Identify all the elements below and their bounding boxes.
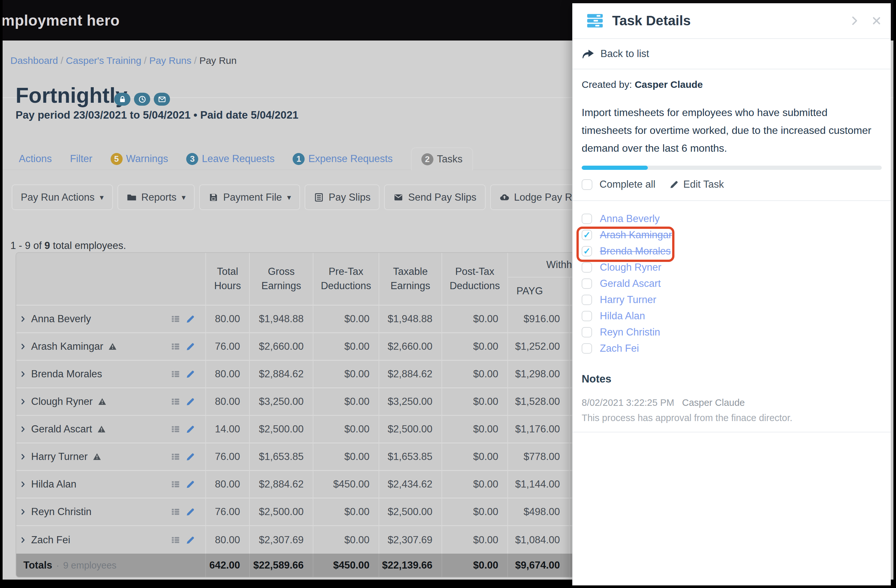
back-to-list-label: Back to list	[600, 48, 649, 60]
expand-row-icon[interactable]	[20, 342, 27, 351]
pay-details-icon[interactable]	[170, 507, 181, 517]
complete-all-checkbox[interactable]	[582, 179, 592, 190]
task-checkbox[interactable]	[582, 278, 592, 289]
employee-link[interactable]: Arash Kamingar	[600, 229, 672, 241]
employee-cell: Anna Beverly	[16, 306, 206, 332]
employee-name: Arash Kamingar	[31, 341, 103, 352]
expand-row-icon[interactable]	[20, 397, 27, 406]
amount-cell: $1,653.85	[379, 444, 442, 470]
employee-link[interactable]: Anna Beverly	[600, 213, 660, 225]
edit-employee-icon[interactable]	[185, 341, 196, 352]
payment-file-button[interactable]: Payment File▾	[199, 184, 300, 210]
pay-period-subtitle: Pay period 23/03/2021 to 5/04/2021 • Pai…	[15, 109, 299, 121]
edit-task-button[interactable]: Edit Task	[669, 179, 724, 190]
edit-employee-icon[interactable]	[185, 535, 196, 545]
button-label: Payment File	[223, 191, 282, 203]
tab-badge-tasks: 2	[421, 153, 433, 165]
amount-cell: $0.00	[442, 416, 508, 442]
checklist-item-clough-ryner: Clough Ryner	[573, 259, 891, 275]
expand-row-icon[interactable]	[20, 314, 27, 324]
button-label: Reports	[142, 191, 177, 203]
employee-link[interactable]: Clough Ryner	[600, 261, 661, 273]
amount-cell: $1,144.00	[508, 471, 570, 498]
pay-details-icon[interactable]	[170, 451, 181, 462]
checklist-item-harry-turner: Harry Turner	[573, 292, 891, 308]
edit-employee-icon[interactable]	[185, 507, 196, 517]
tab-tasks[interactable]: 2Tasks	[411, 147, 473, 170]
table-row-brenda-morales: Brenda Morales80.00$2,884.62$0.00$2,884.…	[16, 361, 666, 388]
pay-run-actions-button[interactable]: Pay Run Actions▾	[12, 184, 113, 210]
pay-slips-button[interactable]: Pay Slips	[305, 184, 379, 210]
breadcrumb-link-pay-runs[interactable]: Pay Runs	[149, 55, 191, 66]
amount-cell: $0.00	[442, 471, 508, 498]
pay-details-icon[interactable]	[170, 314, 181, 324]
expand-row-icon[interactable]	[20, 424, 27, 434]
employee-link[interactable]: Brenda Morales	[600, 245, 671, 257]
employee-cell: Clough Ryner	[16, 388, 206, 415]
expand-row-icon[interactable]	[20, 507, 27, 517]
row-actions	[170, 369, 196, 379]
task-checkbox[interactable]	[582, 295, 592, 305]
tab-filter[interactable]: Filter	[70, 153, 93, 165]
employee-link[interactable]: Reyn Christin	[600, 327, 660, 338]
task-checkbox-checked[interactable]: ✓	[582, 230, 592, 240]
tab-leave-requests[interactable]: 3Leave Requests	[186, 153, 274, 165]
tab-expense-requests[interactable]: 1Expense Requests	[293, 153, 393, 165]
edit-employee-icon[interactable]	[185, 369, 196, 379]
employment-hero-logo: employment hero	[3, 12, 120, 29]
edit-employee-icon[interactable]	[185, 451, 196, 462]
send-pay-slips-button[interactable]: Send Pay Slips	[384, 184, 485, 210]
task-checkbox[interactable]	[582, 327, 592, 337]
edit-employee-icon[interactable]	[185, 424, 196, 435]
tab-warnings[interactable]: 5Warnings	[111, 153, 168, 165]
pay-details-icon[interactable]	[170, 424, 181, 435]
pay-details-icon[interactable]	[170, 479, 181, 489]
edit-employee-icon[interactable]	[185, 314, 196, 324]
employee-name: Zach Fei	[31, 534, 70, 546]
note-timestamp: 8/02/2021 3:22:25 PM	[582, 397, 674, 408]
row-actions	[170, 479, 196, 489]
breadcrumb-link-dashboard[interactable]: Dashboard	[11, 55, 58, 66]
table-header: TotalHours GrossEarnings Pre-TaxDeductio…	[16, 253, 666, 306]
amount-cell: $450.00	[313, 471, 379, 498]
close-icon[interactable]	[871, 15, 882, 27]
breadcrumb-link-casper-s-training[interactable]: Casper's Training	[66, 55, 142, 66]
pay-details-icon[interactable]	[170, 341, 181, 352]
pay-details-icon[interactable]	[170, 535, 181, 545]
checklist-item-reyn-christin: Reyn Christin	[573, 324, 891, 340]
pay-details-icon[interactable]	[170, 369, 181, 379]
edit-pencil-icon	[669, 179, 679, 190]
folder-icon	[126, 192, 137, 203]
expand-row-icon[interactable]	[20, 535, 27, 545]
task-checkbox[interactable]	[582, 262, 592, 273]
task-checkbox[interactable]	[582, 311, 592, 321]
expand-row-icon[interactable]	[20, 452, 27, 462]
employee-name: Gerald Ascart	[31, 423, 92, 435]
expand-row-icon[interactable]	[20, 369, 27, 379]
tab-actions[interactable]: Actions	[19, 153, 52, 165]
employee-link[interactable]: Zach Fei	[600, 343, 639, 354]
panel-title: Task Details	[612, 13, 691, 29]
pay-details-icon[interactable]	[170, 397, 181, 407]
employee-link[interactable]: Hilda Alan	[600, 310, 645, 322]
amount-cell: 76.00	[206, 444, 250, 470]
task-checkbox[interactable]	[582, 343, 592, 354]
checklist-item-anna-beverly: Anna Beverly	[573, 211, 891, 227]
row-actions	[170, 341, 196, 352]
reports-button[interactable]: Reports▾	[117, 184, 195, 210]
expand-row-icon[interactable]	[20, 479, 27, 489]
edit-employee-icon[interactable]	[185, 479, 196, 489]
employee-count-summary: 1 - 9 of 9 total employees.	[11, 240, 126, 252]
amount-cell: $1,948.88	[379, 306, 442, 332]
note-meta: 8/02/2021 3:22:25 PM Casper Claude	[582, 397, 891, 408]
table-row-arash-kamingar: Arash Kamingar76.00$2,660.00$0.00$2,660.…	[16, 333, 666, 361]
back-to-list-button[interactable]: Back to list	[573, 39, 891, 69]
employee-link[interactable]: Gerald Ascart	[600, 278, 661, 289]
warning-icon	[97, 425, 107, 434]
task-checkbox-checked[interactable]: ✓	[582, 246, 592, 257]
next-task-chevron-icon[interactable]	[849, 15, 860, 27]
amount-cell: 80.00	[206, 388, 250, 415]
edit-employee-icon[interactable]	[185, 397, 196, 407]
employee-link[interactable]: Harry Turner	[600, 294, 656, 306]
task-checkbox[interactable]	[582, 214, 592, 224]
